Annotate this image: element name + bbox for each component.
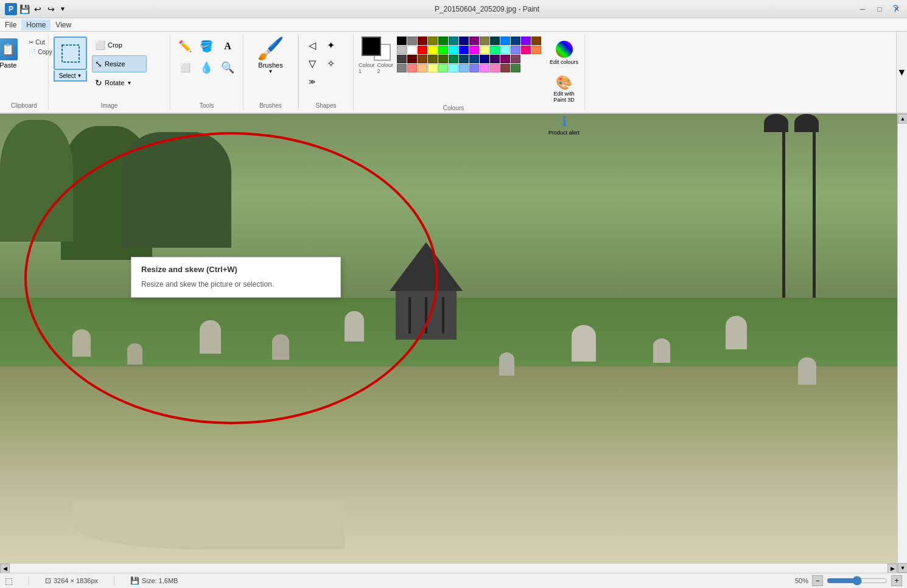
palette-black[interactable] [397, 37, 407, 45]
palette-teal[interactable] [449, 37, 458, 45]
palette-brown[interactable] [531, 37, 541, 45]
palette-darkred[interactable] [418, 37, 427, 45]
palette-red[interactable] [418, 46, 427, 54]
palette-white[interactable] [407, 46, 417, 54]
help-btn[interactable]: ? [889, 2, 902, 16]
select-btn[interactable] [54, 37, 87, 70]
palette-silver[interactable] [397, 46, 407, 54]
palette-forestgreen[interactable] [449, 55, 458, 63]
palette-brown2[interactable] [418, 55, 427, 63]
select-dropdown-btn[interactable]: Select ▼ [54, 71, 87, 82]
quick-access-dropdown-btn[interactable]: ▼ [58, 3, 67, 15]
scroll-down-btn[interactable]: ▼ [898, 563, 907, 573]
palette-lightcyan2[interactable] [449, 64, 458, 72]
rotate-btn[interactable]: ↻ Rotate ▼ [92, 74, 147, 91]
arrow-left-shape-btn[interactable]: ◁ [304, 37, 321, 54]
quick-undo-btn[interactable]: ↩ [32, 3, 44, 15]
palette-lightyellow[interactable] [480, 46, 489, 54]
palette-peach[interactable] [418, 64, 427, 72]
scroll-up-btn[interactable]: ▲ [898, 114, 907, 124]
menu-view[interactable]: View [51, 19, 76, 30]
palette-indigo[interactable] [490, 55, 500, 63]
palette-darkgreen2[interactable] [438, 55, 448, 63]
palette-brightblue[interactable] [459, 46, 469, 54]
palette-darkred2[interactable] [407, 55, 417, 63]
quick-save-btn[interactable]: 💾 [18, 3, 30, 15]
scroll-right-btn[interactable]: ▶ [888, 564, 897, 573]
palette-darkteal[interactable] [490, 37, 500, 45]
palette-lightgreen[interactable] [438, 64, 448, 72]
sparkle-shape-btn[interactable]: ✦ [322, 37, 339, 54]
palette-blue[interactable] [500, 37, 510, 45]
paste-btn[interactable]: 📋 Paste [0, 37, 23, 70]
palette-gray2[interactable] [397, 64, 407, 72]
palette-lightpink[interactable] [490, 64, 500, 72]
picker-btn[interactable]: 💧 [197, 58, 216, 77]
star-shape-btn[interactable]: ✧ [322, 55, 339, 72]
palette-green[interactable] [438, 37, 448, 45]
maximize-btn[interactable]: □ [872, 2, 888, 16]
text-btn[interactable]: A [218, 37, 237, 56]
canvas-area[interactable]: Resize and skew (Ctrl+W) Resize and skew… [0, 114, 907, 588]
palette-navy[interactable] [459, 37, 469, 45]
scrollbar-bottom[interactable]: ◀ ▶ [0, 563, 897, 573]
edit-paint3d-btn[interactable]: 🎨 Edit with Paint 3D [547, 72, 581, 106]
palette-lime[interactable] [438, 46, 448, 54]
palette-violet[interactable] [521, 37, 531, 45]
palette-rosewood[interactable] [500, 64, 510, 72]
palette-olive[interactable] [428, 37, 438, 45]
quick-redo-btn[interactable]: ↪ [45, 3, 57, 15]
zoom-slider[interactable] [827, 576, 888, 586]
edit-paint3d-label: Edit with Paint 3D [548, 91, 580, 103]
zoom-out-btn[interactable]: − [812, 575, 823, 586]
shapes-grid: ◁ ✦ ▽ ✧ ≫ [304, 37, 348, 90]
color1-swatch[interactable] [362, 37, 381, 56]
color-palette [397, 37, 541, 72]
eraser-btn[interactable]: ⬜ [175, 58, 195, 77]
palette-salmon[interactable] [407, 64, 417, 72]
brushes-btn[interactable]: 🖌️ Brushes ▼ [254, 37, 287, 73]
palette-darkblue[interactable] [511, 37, 520, 45]
pencil-btn[interactable]: ✏️ [175, 37, 195, 56]
palette-magenta[interactable] [469, 46, 479, 54]
palette-lightcyan[interactable] [500, 46, 510, 54]
fill-btn[interactable]: 🪣 [197, 37, 216, 56]
scrollbar-right[interactable]: ▲ ▼ [897, 114, 907, 573]
palette-darkblue2[interactable] [469, 55, 479, 63]
palette-pink[interactable] [480, 64, 489, 72]
palette-darkcyan[interactable] [459, 55, 469, 63]
palette-hotpink[interactable] [521, 46, 531, 54]
edit-colors-btn[interactable]: Edit colours [547, 37, 581, 70]
palette-cyan[interactable] [449, 46, 458, 54]
minimize-btn[interactable]: ─ [855, 2, 870, 16]
palette-orange[interactable] [531, 46, 541, 54]
zoom-in-btn[interactable]: + [891, 575, 902, 586]
palette-darkpurple[interactable] [500, 55, 510, 63]
palette-navy2[interactable] [480, 55, 489, 63]
palette-lightyellow2[interactable] [428, 64, 438, 72]
product-alert-btn[interactable]: ℹ Product alert [547, 108, 581, 142]
palette-gray[interactable] [407, 37, 417, 45]
arrow-down-shape-btn[interactable]: ▽ [304, 55, 321, 72]
palette-sage[interactable] [511, 64, 520, 72]
palette-darkgray[interactable] [397, 55, 407, 63]
menu-file[interactable]: File [0, 19, 21, 30]
palette-purple[interactable] [469, 37, 479, 45]
magnifier-btn[interactable]: 🔍 [218, 58, 237, 77]
crop-btn[interactable]: ⬜ Crop [92, 37, 147, 54]
palette-lightblue[interactable] [459, 64, 469, 72]
lamp-top-1 [764, 114, 788, 132]
more-shapes-btn[interactable]: ≫ [304, 73, 321, 90]
palette-springgreen[interactable] [490, 46, 500, 54]
resize-btn[interactable]: ⤡ Resize [92, 55, 147, 72]
menu-home[interactable]: Home [21, 19, 51, 30]
palette-darkolive[interactable] [480, 37, 489, 45]
palette-periwinkle2[interactable] [469, 64, 479, 72]
palette-periwinkle[interactable] [511, 46, 520, 54]
ribbon-scroll-right[interactable]: ▼ [896, 32, 907, 113]
scroll-left-btn[interactable]: ◀ [0, 564, 10, 573]
palette-darkyellow[interactable] [428, 55, 438, 63]
crop-label: Crop [108, 41, 122, 49]
palette-mauve[interactable] [511, 55, 520, 63]
palette-yellow[interactable] [428, 46, 438, 54]
